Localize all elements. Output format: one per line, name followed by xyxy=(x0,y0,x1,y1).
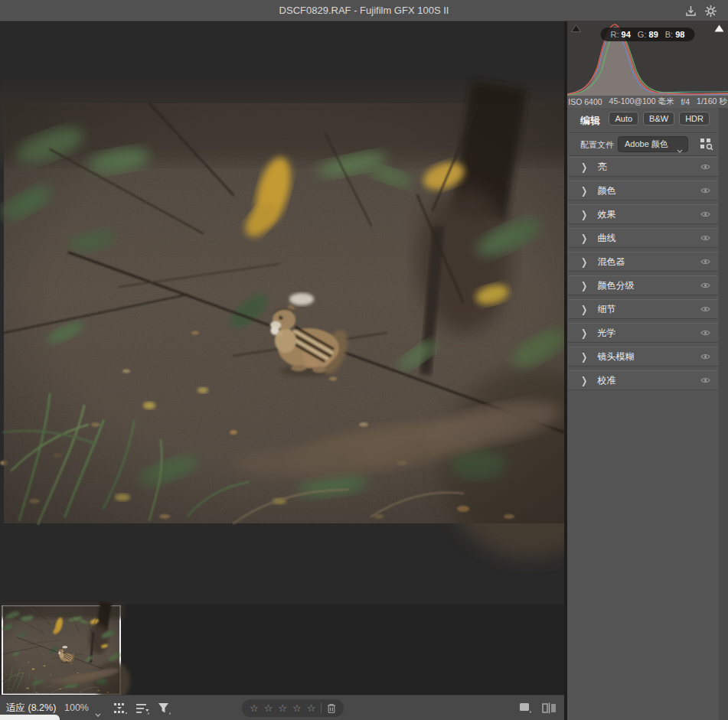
chevron-down-icon[interactable] xyxy=(95,706,101,720)
eye-icon[interactable] xyxy=(700,163,710,171)
chevron-right-icon: ❯ xyxy=(581,209,587,220)
chevron-right-icon: ❯ xyxy=(581,351,587,362)
star-icon[interactable]: ☆ xyxy=(278,699,287,717)
eye-icon[interactable] xyxy=(700,187,710,194)
gear-icon[interactable] xyxy=(704,5,717,18)
grid-view-icon[interactable] xyxy=(113,702,129,718)
bw-button[interactable]: B&W xyxy=(643,112,674,125)
photo[interactable] xyxy=(4,103,564,523)
chevron-right-icon: ❯ xyxy=(581,161,587,172)
filter-icon[interactable] xyxy=(158,702,171,718)
star-icon[interactable]: ☆ xyxy=(250,699,259,717)
edit-header-row: 编辑 Auto B&W HDR xyxy=(567,108,719,132)
r-value: 94 xyxy=(622,30,631,39)
fill-single-view-icon[interactable] xyxy=(519,702,533,717)
chevron-right-icon: ❯ xyxy=(581,280,587,291)
exif-iso: ISO 6400 xyxy=(568,97,602,106)
divider xyxy=(570,155,717,156)
section-light[interactable]: ❯ 亮 xyxy=(568,157,718,177)
g-value: 89 xyxy=(649,30,658,39)
eye-icon[interactable] xyxy=(700,258,710,266)
status-bar: 适应 (8.2%) 100% xyxy=(0,695,567,720)
profile-select[interactable]: Adobe 颜色 xyxy=(618,136,688,152)
section-optics[interactable]: ❯ 光学 xyxy=(568,323,718,343)
g-label: G: xyxy=(638,30,647,39)
chevron-right-icon: ❯ xyxy=(581,375,587,386)
section-detail[interactable]: ❯ 细节 xyxy=(568,299,718,319)
exif-info: ISO 6400 45-100@100 毫米 f/4 1/160 秒 xyxy=(567,96,728,108)
section-mixer[interactable]: ❯ 混色器 xyxy=(568,252,718,272)
delete-icon[interactable] xyxy=(327,703,336,714)
shadow-clipping-indicator[interactable] xyxy=(571,24,581,32)
download-icon[interactable] xyxy=(684,5,697,18)
star-icon[interactable]: ☆ xyxy=(307,699,316,717)
eye-icon[interactable] xyxy=(700,234,710,242)
rgb-readout: R: 94G: 89B: 98 xyxy=(601,28,695,41)
exif-aperture: f/4 xyxy=(681,97,690,106)
photo-canvas[interactable]: 适应 (8.2%) 100% xyxy=(0,21,567,720)
title-bar: DSCF0829.RAF - Fujifilm GFX 100S II xyxy=(0,0,728,21)
chevron-right-icon: ❯ xyxy=(581,304,587,314)
section-effects[interactable]: ❯ 效果 xyxy=(568,204,718,224)
profile-label: 配置文件 xyxy=(580,139,614,151)
profile-value: Adobe 颜色 xyxy=(625,139,668,148)
before-after-icon[interactable] xyxy=(542,702,557,717)
profile-row: 配置文件 Adobe 颜色 xyxy=(567,133,719,155)
auto-button[interactable]: Auto xyxy=(609,112,638,125)
eye-icon[interactable] xyxy=(700,329,710,337)
sort-order-icon[interactable] xyxy=(136,702,150,718)
eye-icon[interactable] xyxy=(700,353,710,360)
edit-panel: R: 94G: 89B: 98 ISO 6400 45-100@100 毫米 f… xyxy=(567,21,728,720)
chevron-right-icon: ❯ xyxy=(581,256,587,267)
section-color[interactable]: ❯ 颜色 xyxy=(568,181,718,200)
b-value: 98 xyxy=(675,30,684,39)
eye-icon[interactable] xyxy=(700,305,710,313)
window-title: DSCF0829.RAF - Fujifilm GFX 100S II xyxy=(0,0,728,21)
section-lens-blur[interactable]: ❯ 镜头模糊 xyxy=(568,347,718,367)
r-label: R: xyxy=(611,30,619,39)
highlight-clipping-indicator[interactable] xyxy=(714,24,724,32)
pill-divider xyxy=(321,702,322,714)
overlay-strip xyxy=(0,715,60,720)
thumbnail-selected[interactable] xyxy=(2,605,121,695)
chevron-right-icon: ❯ xyxy=(581,233,587,243)
eye-icon[interactable] xyxy=(700,282,710,289)
edit-header: 编辑 xyxy=(580,114,600,128)
section-curves[interactable]: ❯ 曲线 xyxy=(568,228,718,248)
eye-icon[interactable] xyxy=(700,376,710,384)
star-icon[interactable]: ☆ xyxy=(292,699,302,717)
star-icon[interactable]: ☆ xyxy=(264,699,273,717)
eye-icon[interactable] xyxy=(700,210,710,218)
chevron-right-icon: ❯ xyxy=(581,185,587,196)
panel-scrollbar[interactable] xyxy=(719,108,728,720)
chevron-right-icon: ❯ xyxy=(581,327,587,338)
section-color-grading[interactable]: ❯ 颜色分级 xyxy=(568,275,718,295)
camera-raw-window: DSCF0829.RAF - Fujifilm GFX 100S II xyxy=(0,0,728,720)
section-calibration[interactable]: ❯ 校准 xyxy=(568,370,718,390)
histogram[interactable]: R: 94G: 89B: 98 xyxy=(567,21,728,96)
exif-lens: 45-100@100 毫米 xyxy=(609,96,674,107)
edit-sections: ❯ 亮 ❯ 颜色 ❯ 效果 ❯ 曲线 xyxy=(567,157,719,394)
b-label: B: xyxy=(665,30,673,39)
exif-shutter: 1/160 秒 xyxy=(697,96,727,107)
rating-stars: ☆☆☆☆☆ xyxy=(242,699,344,717)
filmstrip[interactable] xyxy=(0,604,567,695)
hdr-button[interactable]: HDR xyxy=(679,112,710,125)
profile-browser-icon[interactable] xyxy=(699,136,714,151)
zoom-level-select[interactable]: 100% xyxy=(64,696,89,720)
